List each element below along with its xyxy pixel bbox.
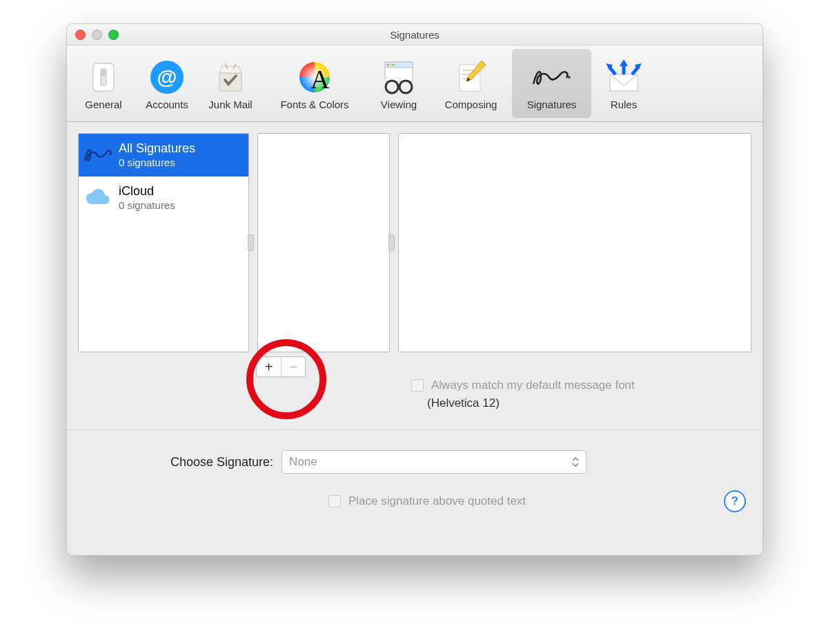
- tab-junk-mail[interactable]: Junk Mail: [199, 49, 262, 118]
- switch-icon: [83, 57, 124, 97]
- titlebar: Signatures: [67, 24, 762, 46]
- accounts-list[interactable]: All Signatures 0 signatures iCloud: [78, 133, 249, 352]
- tab-fonts-colors[interactable]: A Fonts & Colors: [263, 49, 366, 118]
- svg-rect-12: [385, 62, 413, 68]
- column-resize-handle[interactable]: [248, 234, 254, 251]
- place-above-label: Place signature above quoted text: [348, 494, 526, 508]
- svg-marker-26: [620, 59, 628, 66]
- tab-composing[interactable]: Composing: [431, 49, 511, 118]
- svg-rect-25: [610, 74, 638, 91]
- place-above-quoted-text-group: Place signature above quoted text: [326, 493, 526, 510]
- remove-signature-button: −: [281, 357, 305, 376]
- svg-text:A: A: [310, 65, 330, 94]
- account-subtitle: 0 signatures: [119, 199, 175, 212]
- choose-signature-value: None: [289, 455, 317, 469]
- signature-preview[interactable]: [398, 133, 751, 352]
- window-controls: [75, 30, 119, 40]
- account-title: All Signatures: [119, 141, 195, 157]
- svg-text:@: @: [157, 66, 177, 88]
- signature-names-list[interactable]: [257, 133, 390, 352]
- close-window-button[interactable]: [75, 30, 86, 40]
- svg-point-24: [568, 76, 570, 78]
- glasses-icon: [378, 57, 420, 97]
- zoom-window-button[interactable]: [108, 30, 119, 40]
- divider: [67, 430, 762, 430]
- account-all-signatures[interactable]: All Signatures 0 signatures: [79, 134, 248, 177]
- add-remove-signature: + −: [256, 356, 306, 377]
- tab-label: Rules: [611, 99, 637, 110]
- preferences-window: Signatures General @: [66, 23, 763, 556]
- default-font-display: (Helvetica 12): [427, 396, 635, 410]
- choose-signature-popup: None: [282, 450, 586, 474]
- choose-signature-label: Choose Signature:: [170, 455, 273, 470]
- help-button[interactable]: ?: [724, 490, 746, 512]
- choose-signature-row: Choose Signature: None: [170, 450, 586, 474]
- tab-label: Signatures: [527, 99, 577, 110]
- tab-signatures[interactable]: Signatures: [512, 49, 591, 118]
- window-title: Signatures: [67, 29, 762, 41]
- account-icloud[interactable]: iCloud 0 signatures: [79, 177, 248, 219]
- always-match-font-label: Always match my default message font: [431, 379, 635, 392]
- tab-label: Accounts: [146, 99, 188, 110]
- svg-point-15: [393, 63, 395, 66]
- trash-icon: [210, 57, 251, 97]
- tab-label: Viewing: [381, 99, 417, 110]
- tab-accounts[interactable]: @ Accounts: [136, 49, 198, 118]
- compose-icon: [451, 57, 492, 97]
- preferences-toolbar: General @ Accounts: [67, 46, 762, 122]
- always-match-font-group: Always match my default message font (He…: [408, 377, 635, 410]
- tab-label: Composing: [445, 99, 497, 110]
- rules-icon: [603, 57, 644, 97]
- icloud-icon: [83, 183, 113, 213]
- colorwheel-icon: A: [294, 57, 335, 97]
- tab-label: General: [85, 99, 121, 110]
- always-match-font-checkbox: [411, 379, 424, 392]
- tab-general[interactable]: General: [72, 49, 135, 118]
- column-resize-handle[interactable]: [388, 234, 395, 251]
- svg-point-14: [390, 63, 392, 66]
- svg-point-17: [400, 81, 412, 93]
- svg-point-13: [387, 63, 389, 66]
- svg-point-16: [386, 81, 398, 93]
- account-title: iCloud: [119, 184, 175, 199]
- svg-marker-6: [219, 66, 241, 73]
- tab-label: Junk Mail: [208, 99, 252, 110]
- tab-viewing[interactable]: Viewing: [368, 49, 430, 118]
- at-icon: @: [146, 57, 188, 97]
- tab-rules[interactable]: Rules: [593, 49, 655, 118]
- tab-label: Fonts & Colors: [280, 99, 348, 110]
- minimize-window-button: [92, 30, 102, 40]
- place-above-checkbox: [328, 495, 341, 507]
- signature-icon: [83, 140, 113, 170]
- signatures-pane: All Signatures 0 signatures iCloud: [67, 122, 762, 377]
- chevron-updown-icon: [569, 453, 582, 471]
- svg-rect-2: [101, 70, 106, 77]
- signature-icon: [531, 57, 573, 97]
- account-subtitle: 0 signatures: [119, 157, 195, 169]
- add-signature-button[interactable]: +: [257, 357, 281, 376]
